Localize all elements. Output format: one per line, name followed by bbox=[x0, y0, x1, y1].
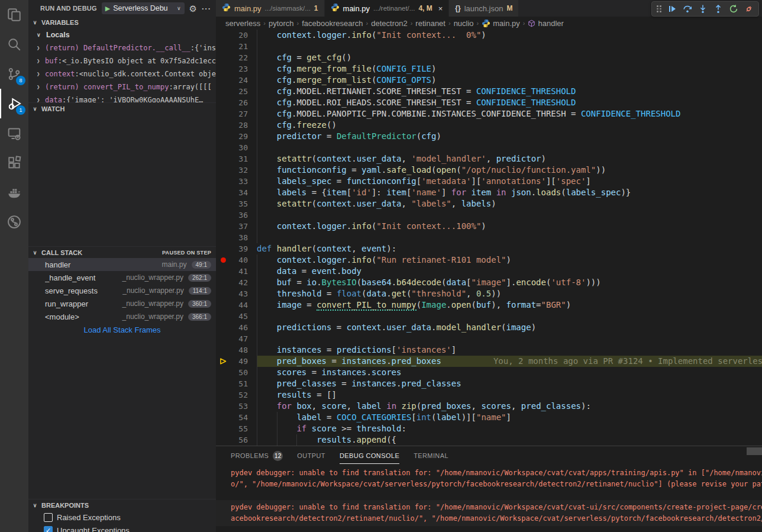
breakpoint-gutter[interactable] bbox=[216, 63, 230, 75]
watch-header[interactable]: ∨ WATCH bbox=[28, 102, 216, 114]
code-line-22[interactable]: 22cfg = get_cfg() bbox=[216, 52, 762, 63]
continue-button[interactable] bbox=[665, 2, 679, 15]
explorer-icon[interactable] bbox=[0, 0, 28, 30]
breadcrumb-item-pytorch[interactable]: pytorch bbox=[269, 19, 294, 28]
stack-frame-run_wrapper[interactable]: run_wrapper_nuclio_wrapper.py360:1 bbox=[28, 297, 216, 310]
restart-button[interactable] bbox=[727, 2, 741, 15]
step-out-button[interactable] bbox=[711, 2, 725, 15]
code-line-54[interactable]: 54label = COCO_CATEGORIES[int(label)]["n… bbox=[216, 412, 762, 423]
code-line-41[interactable]: 41data = event.body bbox=[216, 266, 762, 277]
code-line-26[interactable]: 26cfg.MODEL.ROI_HEADS.SCORE_THRESH_TEST … bbox=[216, 97, 762, 108]
panel-tab-debug-console[interactable]: DEBUG CONSOLE bbox=[340, 446, 399, 464]
breakpoint-gutter[interactable] bbox=[216, 165, 230, 176]
breakpoint-gutter[interactable] bbox=[216, 153, 230, 165]
breakpoint-gutter[interactable] bbox=[216, 142, 230, 153]
breakpoint-gutter[interactable] bbox=[216, 97, 230, 108]
variable-row-data[interactable]: ❯data: {'image': 'iVBORw0KGgoAAAANSUhE… bbox=[28, 93, 216, 102]
breakpoint-gutter[interactable] bbox=[216, 75, 230, 86]
code-line-33[interactable]: 33labels_spec = functionconfig['metadata… bbox=[216, 176, 762, 187]
code-line-55[interactable]: 55if score >= threshold: bbox=[216, 423, 762, 434]
code-line-27[interactable]: 27cfg.MODEL.PANOPTIC_FPN.COMBINE.INSTANC… bbox=[216, 108, 762, 120]
start-debug-icon[interactable]: ▶ bbox=[105, 5, 110, 12]
code-line-46[interactable]: 46predictions = context.user_data.model_… bbox=[216, 322, 762, 333]
breakpoint-gutter[interactable] bbox=[216, 120, 230, 131]
stack-frame-serve_requests[interactable]: serve_requests_nuclio_wrapper.py114:1 bbox=[28, 284, 216, 297]
code-line-28[interactable]: 28cfg.freeze() bbox=[216, 120, 762, 131]
code-line-49[interactable]: 49pred_boxes = instances.pred_boxesYou, … bbox=[216, 356, 762, 367]
editor-tab-launch.json[interactable]: {}launch.jsonM bbox=[449, 0, 519, 17]
code-line-40[interactable]: 40context.logger.info("Run retinanet-R10… bbox=[216, 254, 762, 266]
code-line-23[interactable]: 23cfg.merge_from_file(CONFIG_FILE) bbox=[216, 63, 762, 75]
variable-row-(return) convert_PIL_to_numpy[interactable]: ❯(return) convert_PIL_to_numpy: array([[… bbox=[28, 80, 216, 93]
code-line-48[interactable]: 48instances = predictions['instances'] bbox=[216, 344, 762, 356]
breakpoint-gutter[interactable] bbox=[216, 176, 230, 187]
more-actions-icon[interactable]: ··· bbox=[202, 5, 211, 12]
breakpoint-gutter[interactable] bbox=[216, 299, 230, 311]
breakpoint-gutter[interactable] bbox=[216, 401, 230, 412]
chevron-right-icon[interactable]: ❯ bbox=[37, 45, 45, 51]
breakpoint-gutter[interactable] bbox=[216, 266, 230, 277]
breakpoint-gutter[interactable] bbox=[216, 423, 230, 434]
code-line-36[interactable]: 36 bbox=[216, 209, 762, 221]
current-line-arrow-icon[interactable] bbox=[216, 356, 230, 367]
stack-frame-<module>[interactable]: <module>_nuclio_wrapper.py366:1 bbox=[28, 310, 216, 323]
breakpoint-gutter[interactable] bbox=[216, 30, 230, 41]
breakpoint-gutter[interactable] bbox=[216, 311, 230, 322]
breakpoints-header[interactable]: ∨ BREAKPOINTS bbox=[28, 499, 216, 511]
editor-tab-main.py.../siammask/...[interactable]: main.py.../siammask/...1 bbox=[216, 0, 325, 17]
breakpoint-gutter[interactable] bbox=[216, 288, 230, 299]
breadcrumb-item-retinanet[interactable]: retinanet bbox=[415, 19, 445, 28]
chevron-right-icon[interactable]: ❯ bbox=[37, 58, 45, 64]
step-over-button[interactable] bbox=[680, 2, 695, 15]
call-stack-header[interactable]: ∨ CALL STACK PAUSED ON STEP bbox=[28, 246, 216, 258]
code-line-20[interactable]: 20context.logger.info("Init context... 0… bbox=[216, 30, 762, 41]
chevron-right-icon[interactable]: ❯ bbox=[37, 97, 45, 102]
breakpoint-gutter[interactable] bbox=[216, 131, 230, 142]
breakpoint-gutter[interactable] bbox=[216, 187, 230, 198]
breakpoint-gutter[interactable] bbox=[216, 86, 230, 97]
code-line-35[interactable]: 35setattr(context.user_data, "labels", l… bbox=[216, 198, 762, 209]
panel-scrollbar[interactable] bbox=[747, 447, 762, 455]
variables-header[interactable]: ∨ VARIABLES bbox=[28, 17, 216, 28]
code-line-31[interactable]: 31setattr(context.user_data, 'model_hand… bbox=[216, 153, 762, 165]
code-line-24[interactable]: 24cfg.merge_from_list(CONFIG_OPTS) bbox=[216, 75, 762, 86]
code-line-39[interactable]: 39def handler(context, event): bbox=[216, 243, 762, 254]
toolbar-drag-handle[interactable] bbox=[657, 5, 661, 12]
checkbox-checked-icon[interactable]: ✓ bbox=[44, 526, 53, 532]
breakpoint-gutter[interactable] bbox=[216, 52, 230, 63]
code-line-56[interactable]: 56results.append({ bbox=[216, 434, 762, 446]
breakpoint-gutter[interactable] bbox=[216, 389, 230, 401]
code-line-42[interactable]: 42buf = io.BytesIO(base64.b64decode(data… bbox=[216, 277, 762, 288]
load-all-stack-frames-link[interactable]: Load All Stack Frames bbox=[28, 323, 216, 336]
breadcrumb-item-facebookresearch[interactable]: facebookresearch bbox=[302, 19, 363, 28]
stack-frame-_handle_event[interactable]: _handle_event_nuclio_wrapper.py262:1 bbox=[28, 271, 216, 284]
variable-row-context[interactable]: ❯context: <nuclio_sdk.context.Context ob… bbox=[28, 67, 216, 80]
code-editor[interactable]: 20context.logger.info("Init context... 0… bbox=[216, 30, 762, 446]
code-line-38[interactable]: 38 bbox=[216, 232, 762, 243]
breakpoint-gutter[interactable] bbox=[216, 221, 230, 232]
extensions-icon[interactable] bbox=[0, 148, 28, 178]
chevron-right-icon[interactable]: ❯ bbox=[37, 71, 45, 77]
checkbox-unchecked-icon[interactable] bbox=[44, 513, 53, 522]
breakpoint-gutter[interactable] bbox=[216, 108, 230, 120]
breadcrumb-item-serverless[interactable]: serverless bbox=[225, 19, 260, 28]
docker-icon[interactable] bbox=[0, 178, 28, 207]
breadcrumb-item-main.py[interactable]: main.py bbox=[482, 19, 520, 28]
git-graph-icon[interactable] bbox=[0, 207, 28, 237]
code-line-29[interactable]: 29predictor = DefaultPredictor(cfg) bbox=[216, 131, 762, 142]
panel-tab-problems[interactable]: PROBLEMS12 bbox=[231, 446, 283, 464]
breakpoint-gutter[interactable] bbox=[216, 209, 230, 221]
run-and-debug-icon[interactable]: 1 bbox=[0, 89, 28, 118]
stack-frame-handler[interactable]: handlermain.py49:1 bbox=[28, 258, 216, 271]
code-line-51[interactable]: 51pred_classes = instances.pred_classes bbox=[216, 378, 762, 389]
breakpoint-gutter[interactable] bbox=[216, 243, 230, 254]
code-line-43[interactable]: 43threshold = float(data.get("threshold"… bbox=[216, 288, 762, 299]
breakpoint-gutter[interactable] bbox=[216, 367, 230, 378]
code-line-52[interactable]: 52results = [] bbox=[216, 389, 762, 401]
breadcrumb-item-nuclio[interactable]: nuclio bbox=[454, 19, 474, 28]
breakpoint-option-Uncaught Exceptions[interactable]: ✓Uncaught Exceptions bbox=[28, 524, 216, 532]
variable-row-(return) DefaultPredictor.__call__[interactable]: ❯(return) DefaultPredictor.__call__: {'i… bbox=[28, 41, 216, 54]
search-icon[interactable] bbox=[0, 30, 28, 59]
breadcrumb-item-detectron2[interactable]: detectron2 bbox=[371, 19, 407, 28]
source-control-icon[interactable]: 8 bbox=[0, 59, 28, 89]
